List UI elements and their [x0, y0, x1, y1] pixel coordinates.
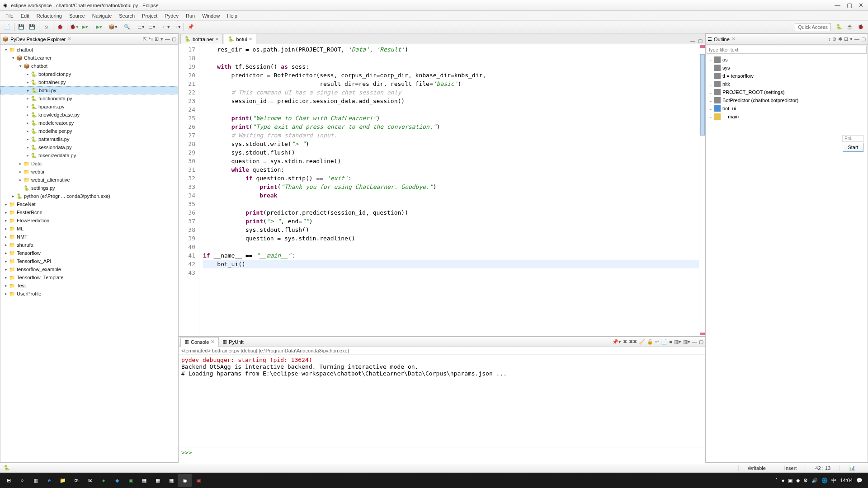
menu-pydev[interactable]: Pydev	[161, 13, 182, 19]
console-remove-all-icon[interactable]: ✖✖	[629, 339, 637, 345]
app5-icon[interactable]: ▦	[151, 474, 165, 487]
tree-item[interactable]: ▸🐍modelhelper.py	[0, 127, 178, 135]
overview-ruler[interactable]	[699, 44, 705, 336]
outline-close-icon[interactable]: ✕	[731, 36, 736, 42]
app3-icon[interactable]: ▣	[124, 474, 137, 487]
tree-item[interactable]: ▸🐍python (e:\Progr ... conda3\python.exe…	[0, 192, 178, 200]
menu-search[interactable]: Search	[115, 13, 138, 19]
console-tab[interactable]: ▥Console✕	[180, 337, 219, 347]
outline-tree[interactable]: …os…sys…tf = tensorflow…nltk…PROJECT_ROO…	[706, 55, 868, 462]
forward-button[interactable]: →▾	[172, 22, 182, 32]
tray-network-icon[interactable]: 🌐	[821, 478, 828, 483]
console-remove-icon[interactable]: ✖	[623, 339, 627, 345]
outline-item[interactable]: …bot_ui	[706, 104, 868, 113]
tree-item[interactable]: ▸📁Tensorflow_API	[0, 257, 178, 265]
tray-clock[interactable]: 14:04	[840, 478, 853, 483]
save-all-button[interactable]: 💾	[27, 22, 37, 32]
tray-volume-icon[interactable]: 🔊	[811, 478, 818, 483]
store-icon[interactable]: 🛍	[70, 474, 83, 487]
tray-chevron-icon[interactable]: ˄	[775, 478, 778, 483]
console-display-icon[interactable]: ▥▾	[674, 339, 681, 345]
new-project-button[interactable]: 📦▾	[108, 22, 118, 32]
maximize-view-icon[interactable]: ▢	[172, 36, 176, 42]
tree-item[interactable]: ▸📁FasterRcnn	[0, 208, 178, 216]
tree-item[interactable]: ▸🐍patternutils.py	[0, 135, 178, 143]
tree-item[interactable]: ▸📁NMT	[0, 233, 178, 241]
toggle-button[interactable]: ☰▾	[136, 22, 146, 32]
tree-item[interactable]: 🐍settings.py	[0, 184, 178, 192]
tree-item[interactable]: ▸📁webui_alternative	[0, 176, 178, 184]
start-menu-button[interactable]: ⊞	[2, 474, 15, 487]
tray-notifications-icon[interactable]: 💬	[856, 478, 863, 483]
mail-icon[interactable]: ✉	[83, 474, 97, 487]
tree-item[interactable]: ▸📁Data	[0, 160, 178, 168]
new-button[interactable]: 📄	[2, 22, 12, 32]
menu-navigate[interactable]: Navigate	[89, 13, 115, 19]
app4-icon[interactable]: ▦	[137, 474, 151, 487]
close-button[interactable]: ✕	[859, 2, 863, 9]
outline-filter-icon[interactable]: ⊘	[832, 36, 836, 42]
console-min-icon[interactable]: —	[692, 339, 697, 345]
focus-icon[interactable]: ⊞	[155, 36, 159, 42]
menu-edit[interactable]: Edit	[17, 13, 33, 19]
tree-item[interactable]: ▾📦ChatLearner	[0, 54, 178, 62]
collapse-all-icon[interactable]: ⇱	[143, 36, 147, 42]
outline-item[interactable]: …PROJECT_ROOT (settings)	[706, 88, 868, 96]
outline-item[interactable]: …os	[706, 56, 868, 64]
search-button[interactable]: 🔍	[122, 22, 132, 32]
perspective-debug-button[interactable]: 🐞	[856, 22, 866, 32]
outline-item[interactable]: …BotPredictor (chatbot.botpredictor)	[706, 96, 868, 104]
tray-icon-4[interactable]: ⚙	[803, 478, 808, 483]
tree-item[interactable]: ▸📁webui	[0, 168, 178, 176]
menu-source[interactable]: Source	[66, 13, 89, 19]
outline-item[interactable]: …nltk	[706, 80, 868, 88]
tree-item[interactable]: ▸🐍botpredictor.py	[0, 70, 178, 78]
minimize-button[interactable]: —	[835, 2, 840, 9]
project-tree[interactable]: ▾📁chatbot▾📦ChatLearner▾📦chatbot▸🐍botpred…	[0, 45, 178, 462]
outline-sort-icon[interactable]: ↕	[828, 36, 831, 42]
tree-item[interactable]: ▸📁ML	[0, 225, 178, 233]
quick-access[interactable]: Quick Access	[795, 23, 831, 31]
tree-item[interactable]: ▸🐍sessiondata.py	[0, 143, 178, 151]
editor-maximize-icon[interactable]: ▢	[698, 38, 703, 44]
tree-item[interactable]: ▸🐍bottrainer.py	[0, 78, 178, 86]
tree-item[interactable]: ▸🐍modelcreator.py	[0, 119, 178, 127]
outline-min-icon[interactable]: —	[854, 36, 859, 42]
nav-button[interactable]: ☰▾	[147, 22, 157, 32]
menu-help[interactable]: Help	[223, 13, 241, 19]
link-editor-icon[interactable]: ⇆	[149, 36, 153, 42]
tree-item[interactable]: ▾📦chatbot	[0, 62, 178, 70]
editor-tab[interactable]: 🐍bottrainer✕	[180, 34, 223, 44]
pin-button[interactable]: 📌	[186, 22, 196, 32]
console-input[interactable]: >>>	[179, 447, 705, 458]
menu-file[interactable]: File	[2, 13, 17, 19]
tree-item[interactable]: ▸📁FlowPrediction	[0, 216, 178, 225]
close-view-icon[interactable]: ✕	[67, 36, 71, 42]
editor-tab[interactable]: 🐍botui✕	[224, 34, 256, 44]
task-view-button[interactable]: ▥	[29, 474, 42, 487]
console-pin-icon[interactable]: 📌▾	[612, 339, 621, 345]
eclipse-task-icon[interactable]: ◉	[178, 474, 192, 487]
run-button[interactable]: ▶▾	[80, 22, 90, 32]
tree-item[interactable]: ▸🐍botui.py	[0, 86, 178, 94]
perspective-pydev-button[interactable]: 🐍	[834, 22, 844, 32]
explorer-icon[interactable]: 📁	[56, 474, 70, 487]
outline-expand-icon[interactable]: ⊞	[844, 36, 848, 42]
menu-run[interactable]: Run	[182, 13, 198, 19]
tray-ime-icon[interactable]: 中	[831, 477, 836, 484]
perspective-java-button[interactable]: ☕	[845, 22, 855, 32]
outline-item[interactable]: …__main__	[706, 113, 868, 121]
app7-icon[interactable]: ▣	[192, 474, 205, 487]
outline-menu-icon[interactable]: ▾	[850, 36, 853, 42]
tree-item[interactable]: ▸🐍functiondata.py	[0, 94, 178, 103]
app6-icon[interactable]: ▦	[165, 474, 178, 487]
tree-item[interactable]: ▸📁Tensorflow	[0, 249, 178, 257]
outline-item[interactable]: …sys	[706, 64, 868, 72]
edge-icon[interactable]: e	[42, 474, 56, 487]
console-output[interactable]: pydev debugger: starting (pid: 13624)Bac…	[179, 355, 705, 447]
tree-item[interactable]: ▸🐍knowledgebase.py	[0, 111, 178, 119]
minimize-view-icon[interactable]: —	[165, 36, 170, 42]
back-button[interactable]: ←▾	[161, 22, 171, 32]
tree-item[interactable]: ▸🐍tokenizeddata.py	[0, 151, 178, 160]
app1-icon[interactable]: ●	[97, 474, 110, 487]
